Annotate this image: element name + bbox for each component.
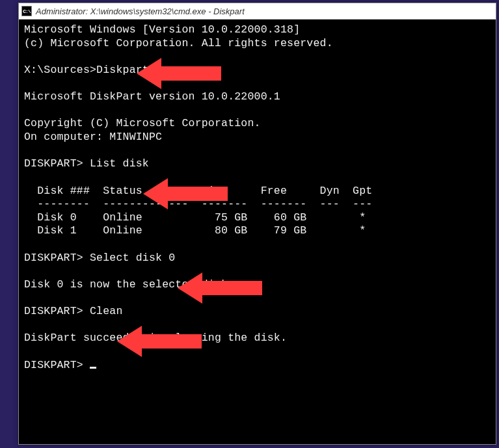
window-title: Administrator: X:\windows\system32\cmd.e…	[36, 7, 245, 16]
terminal-output[interactable]: Microsoft Windows [Version 10.0.22000.31…	[19, 20, 496, 444]
command-prompt-window: C:\ Administrator: X:\windows\system32\c…	[18, 3, 496, 445]
cursor	[90, 367, 96, 369]
titlebar[interactable]: C:\ Administrator: X:\windows\system32\c…	[19, 3, 496, 20]
cmd-icon: C:\	[21, 6, 32, 16]
